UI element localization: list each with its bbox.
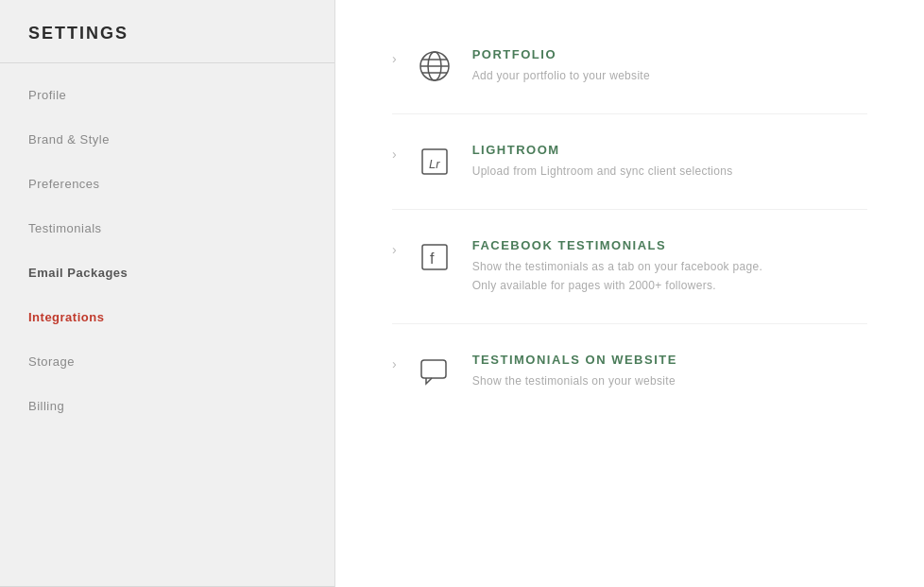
integration-item-testimonials-website[interactable]: › TESTIMONIALS ON WEBSITEShow the testim…	[392, 324, 867, 419]
integration-title-testimonials-website: TESTIMONIALS ON WEBSITE	[472, 353, 867, 367]
chevron-icon-facebook-testimonials: ›	[392, 242, 397, 257]
sidebar: SETTINGS ProfileBrand & StylePreferences…	[0, 0, 335, 587]
main-content: › PORTFOLIOAdd your portfolio to your we…	[335, 0, 924, 587]
integration-item-portfolio[interactable]: › PORTFOLIOAdd your portfolio to your we…	[392, 19, 867, 114]
sidebar-nav: ProfileBrand & StylePreferencesTestimoni…	[0, 73, 334, 577]
svg-rect-9	[421, 360, 446, 378]
globe-icon	[416, 47, 453, 85]
integration-item-lightroom[interactable]: › Lr LIGHTROOMUpload from Lightroom and …	[392, 114, 867, 210]
sidebar-item-email-packages[interactable]: Email Packages	[0, 250, 334, 295]
sidebar-title: SETTINGS	[0, 0, 334, 62]
facebook-icon: f	[416, 238, 453, 276]
sidebar-item-brand-style[interactable]: Brand & Style	[0, 117, 334, 162]
integration-text-testimonials-website: TESTIMONIALS ON WEBSITEShow the testimon…	[472, 353, 867, 390]
integration-title-lightroom: LIGHTROOM	[472, 143, 867, 157]
svg-text:f: f	[430, 250, 435, 267]
integration-desc-facebook-testimonials: Show the testimonials as a tab on your f…	[472, 258, 867, 294]
chevron-icon-lightroom: ›	[392, 147, 397, 162]
integration-item-facebook-testimonials[interactable]: › f FACEBOOK TESTIMONIALSShow the testim…	[392, 210, 867, 323]
chat-icon	[416, 353, 453, 390]
sidebar-item-profile[interactable]: Profile	[0, 73, 334, 117]
chevron-icon-testimonials-website: ›	[392, 356, 397, 371]
sidebar-item-integrations[interactable]: Integrations	[0, 295, 334, 339]
integration-title-facebook-testimonials: FACEBOOK TESTIMONIALS	[472, 238, 867, 252]
sidebar-item-billing[interactable]: Billing	[0, 384, 334, 428]
integration-desc-testimonials-website: Show the testimonials on your website	[472, 372, 867, 390]
integration-text-lightroom: LIGHTROOMUpload from Lightroom and sync …	[472, 143, 867, 181]
sidebar-item-preferences[interactable]: Preferences	[0, 162, 334, 206]
integration-text-portfolio: PORTFOLIOAdd your portfolio to your webs…	[472, 47, 867, 85]
sidebar-item-testimonials[interactable]: Testimonials	[0, 206, 334, 250]
integration-text-facebook-testimonials: FACEBOOK TESTIMONIALSShow the testimonia…	[472, 238, 867, 294]
sidebar-top-divider	[0, 62, 334, 63]
integration-title-portfolio: PORTFOLIO	[472, 47, 867, 61]
svg-rect-7	[422, 245, 447, 269]
svg-text:Lr: Lr	[429, 157, 440, 171]
lightroom-icon: Lr	[416, 143, 453, 181]
sidebar-item-storage[interactable]: Storage	[0, 339, 334, 384]
chevron-icon-portfolio: ›	[392, 51, 397, 66]
integration-desc-lightroom: Upload from Lightroom and sync client se…	[472, 163, 867, 181]
integration-desc-portfolio: Add your portfolio to your website	[472, 67, 867, 85]
